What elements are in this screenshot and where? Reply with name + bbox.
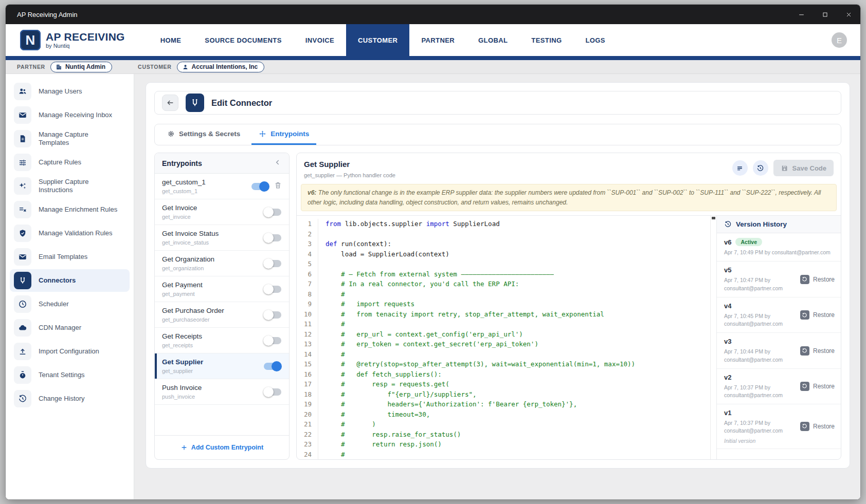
sidebar-item-manage-capture-templates[interactable]: Manage Capture Templates xyxy=(10,127,130,150)
line-number: 15 xyxy=(297,359,318,369)
restore-button[interactable]: Restore xyxy=(800,346,835,356)
collapse-panel-button[interactable] xyxy=(274,158,282,169)
restore-button[interactable]: Restore xyxy=(800,275,835,284)
nav-item-source-documents[interactable]: SOURCE DOCUMENTS xyxy=(193,24,293,56)
delete-entrypoint-icon[interactable] xyxy=(274,181,282,191)
entrypoint-item-get-payment[interactable]: Get Paymentget_payment xyxy=(155,276,289,302)
version-note: Initial version xyxy=(724,438,834,444)
nav-item-customer[interactable]: CUSTOMER xyxy=(346,24,409,56)
scrollbar-thumb[interactable] xyxy=(712,217,715,219)
code-text: # from tenacity import retry, stop_after… xyxy=(318,309,604,320)
history-icon xyxy=(14,390,31,407)
nav-item-invoice[interactable]: INVOICE xyxy=(294,24,346,56)
toggle-get-organization[interactable] xyxy=(263,258,282,269)
format-lines-icon xyxy=(736,164,744,172)
sidebar-item-import-configuration[interactable]: Import Configuration xyxy=(10,340,130,363)
sidebar-item-change-history[interactable]: Change History xyxy=(10,387,130,410)
toggle-get-custom-1[interactable] xyxy=(251,181,269,192)
entrypoint-code: get_organization xyxy=(162,265,263,271)
sidebar-item-label: Capture Rules xyxy=(39,158,81,166)
toggle-push-invoice[interactable] xyxy=(263,387,282,397)
line-number: 13 xyxy=(297,339,318,349)
sidebar-item-manage-enrichment-rules[interactable]: Manage Enrichment Rules xyxy=(10,198,130,221)
entrypoints-panel-title: Entrypoints xyxy=(162,159,202,167)
nav-item-testing[interactable]: TESTING xyxy=(519,24,573,56)
entrypoint-item-get-invoice-status[interactable]: Get Invoice Statusget_invoice_status xyxy=(155,225,289,251)
version-entry-v6: v6ActiveApr 7, 10:49 PM by consultant@pa… xyxy=(717,233,841,262)
plus-icon xyxy=(181,444,188,451)
sidebar-item-email-templates[interactable]: Email Templates xyxy=(10,246,130,268)
toggle-get-invoice-status[interactable] xyxy=(263,233,282,243)
toggle-get-purchase-order[interactable] xyxy=(263,310,282,320)
sidebar-item-scheduler[interactable]: Scheduler xyxy=(10,293,130,315)
code-text xyxy=(318,229,326,239)
restore-button[interactable]: Restore xyxy=(800,310,835,320)
nav-item-logs[interactable]: LOGS xyxy=(574,24,617,56)
format-code-button[interactable] xyxy=(732,160,748,176)
entrypoint-item-get-receipts[interactable]: Get Receiptsget_receipts xyxy=(155,328,289,353)
entrypoint-item-get-invoice[interactable]: Get Invoiceget_invoice xyxy=(155,199,289,225)
tune-icon xyxy=(14,154,31,171)
code-line: 4 load = SupplierLoad(context) xyxy=(297,249,710,259)
code-editor-panel: Get Supplier get_supplier — Python handl… xyxy=(296,153,841,460)
tab-settings-secrets[interactable]: Settings & Secrets xyxy=(160,124,247,145)
entrypoints-list: get_custom_1get_custom_1Get Invoiceget_i… xyxy=(155,174,289,430)
nav-item-home[interactable]: HOME xyxy=(149,24,193,56)
user-avatar[interactable]: E xyxy=(832,32,847,48)
entrypoint-item-get-purchase-order[interactable]: Get Purchase Orderget_purchaseorder xyxy=(155,302,289,328)
editor-title: Get Supplier xyxy=(304,160,395,169)
minimize-button[interactable] xyxy=(789,5,813,24)
checklist-icon xyxy=(14,201,31,218)
sidebar-item-supplier-capture-instructions[interactable]: Supplier Capture Instructions xyxy=(10,175,130,197)
entrypoint-item-get-custom-1[interactable]: get_custom_1get_custom_1 xyxy=(155,174,289,199)
close-button[interactable] xyxy=(837,5,860,24)
toggle-get-receipts[interactable] xyxy=(263,335,282,346)
entrypoint-name: Get Receipts xyxy=(162,332,263,340)
code-text: # erp_url = context.get_config('erp_api_… xyxy=(318,329,523,340)
code-scrollbar[interactable] xyxy=(710,216,716,459)
maximize-button[interactable] xyxy=(813,5,837,24)
editor-actions: Save Code xyxy=(732,160,834,176)
back-button[interactable] xyxy=(162,95,178,111)
sidebar-item-manage-validation-rules[interactable]: Manage Validation Rules xyxy=(10,222,130,245)
toggle-get-payment[interactable] xyxy=(263,284,282,294)
nav-item-partner[interactable]: PARTNER xyxy=(409,24,466,56)
save-code-button[interactable]: Save Code xyxy=(773,160,834,176)
code-line: 5 xyxy=(297,259,710,269)
code-text: # timeout=30, xyxy=(318,409,430,420)
sidebar-item-capture-rules[interactable]: Capture Rules xyxy=(10,151,130,174)
code-line: 8 # xyxy=(297,289,710,300)
line-number: 22 xyxy=(297,430,318,440)
history-button[interactable] xyxy=(753,160,768,176)
partner-pill[interactable]: Nuntiq Admin xyxy=(50,62,112,72)
nav-item-global[interactable]: GLOBAL xyxy=(466,24,519,56)
sidebar-item-manage-users[interactable]: Manage Users xyxy=(10,80,130,103)
partner-label: PARTNER xyxy=(17,64,45,70)
sidebar-item-cdn-manager[interactable]: CDN Manager xyxy=(10,316,130,339)
version-note-banner: v6: The only functional change is in the… xyxy=(301,184,837,211)
entrypoint-item-get-supplier[interactable]: Get Supplierget_supplier xyxy=(155,353,289,379)
tab-entrypoints[interactable]: Entrypoints xyxy=(251,124,316,145)
entrypoint-item-push-invoice[interactable]: Push Invoicepush_invoice xyxy=(155,379,289,405)
restore-button[interactable]: Restore xyxy=(800,382,835,391)
sidebar-item-label: Change History xyxy=(39,395,85,403)
sidebar-item-tenant-settings[interactable]: Tenant Settings xyxy=(10,364,130,386)
brand-logo[interactable]: N AP RECEIVING by Nuntiq xyxy=(20,24,125,56)
customer-pill[interactable]: Accrual Intentions, Inc xyxy=(177,62,265,72)
version-history-list: v6ActiveApr 7, 10:49 PM by consultant@pa… xyxy=(717,233,841,459)
gear-icon xyxy=(167,130,175,138)
page-header: Edit Connector xyxy=(154,91,841,115)
code-text: # xyxy=(318,450,345,459)
code-area[interactable]: 1from lib.objects.supplier import Suppli… xyxy=(297,216,716,459)
entrypoint-item-get-organization[interactable]: Get Organizationget_organization xyxy=(155,251,289,276)
toggle-get-supplier[interactable] xyxy=(263,361,282,371)
restore-button[interactable]: Restore xyxy=(800,422,835,431)
sidebar-item-manage-receiving-inbox[interactable]: Manage Receiving Inbox xyxy=(10,104,130,126)
code-text: load = SupplierLoad(context) xyxy=(318,249,449,259)
maximize-icon xyxy=(822,11,828,18)
sidebar-item-connectors[interactable]: Connectors xyxy=(10,269,130,292)
version-label: v5 xyxy=(724,266,731,274)
code-text: # xyxy=(318,349,345,360)
add-custom-entrypoint-button[interactable]: Add Custom Entrypoint xyxy=(155,436,289,459)
toggle-get-invoice[interactable] xyxy=(263,207,282,217)
